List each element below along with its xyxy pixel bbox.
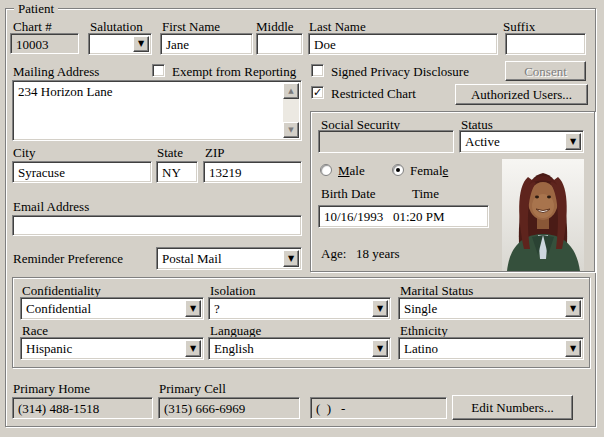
city-value: Syracuse bbox=[13, 162, 151, 181]
confidentiality-combobox[interactable]: Confidential ▼ bbox=[20, 297, 204, 320]
exempt-from-reporting-checkbox[interactable] bbox=[152, 64, 165, 77]
mailing-address-textarea[interactable]: 234 Horizon Lane ▲ ▼ bbox=[12, 80, 302, 141]
dropdown-arrow-icon: ▼ bbox=[190, 305, 196, 313]
first-name-value: Jane bbox=[161, 34, 252, 53]
dropdown-arrow-icon: ▼ bbox=[570, 345, 576, 353]
birth-date-field[interactable]: 10/16/1993 01:20 PM bbox=[318, 205, 489, 228]
social-security-field[interactable] bbox=[318, 130, 454, 153]
dropdown-arrow-icon: ▼ bbox=[570, 138, 576, 146]
isolation-dropdown-button[interactable]: ▼ bbox=[372, 300, 388, 317]
language-combobox[interactable]: English ▼ bbox=[208, 337, 391, 360]
middle-input[interactable] bbox=[256, 33, 303, 55]
zip-value: 13219 bbox=[204, 162, 301, 181]
race-dropdown-button[interactable]: ▼ bbox=[185, 340, 201, 357]
exempt-from-reporting-label[interactable]: Exempt from Reporting bbox=[172, 65, 296, 78]
social-security-value bbox=[319, 131, 453, 134]
isolation-value: ? bbox=[209, 298, 390, 317]
isolation-combobox[interactable]: ? ▼ bbox=[208, 297, 391, 320]
marital-status-combobox[interactable]: Single ▼ bbox=[398, 297, 584, 320]
zip-input[interactable]: 13219 bbox=[203, 161, 302, 183]
ethnicity-label: Ethnicity bbox=[400, 324, 448, 337]
restricted-chart-checkbox[interactable]: ✓ bbox=[311, 86, 324, 99]
check-icon: ✓ bbox=[313, 87, 323, 98]
suffix-input[interactable] bbox=[505, 33, 586, 55]
email-label: Email Address bbox=[13, 200, 89, 213]
age-label: Age: bbox=[321, 247, 346, 260]
last-name-value: Doe bbox=[309, 34, 497, 53]
primary-home-field[interactable]: (314) 488-1518 bbox=[12, 397, 153, 419]
ethnicity-combobox[interactable]: Latino ▼ bbox=[398, 337, 584, 360]
street-value: 234 Horizon Lane bbox=[13, 81, 301, 100]
dropdown-arrow-icon: ▼ bbox=[570, 305, 576, 313]
state-input[interactable]: NY bbox=[156, 161, 198, 183]
chart-number-field[interactable]: 10003 bbox=[10, 33, 79, 54]
authorized-users-button-label: Authorized Users... bbox=[456, 85, 587, 103]
mailing-address-label: Mailing Address bbox=[13, 65, 99, 78]
state-value: NY bbox=[157, 162, 197, 181]
confidentiality-value: Confidential bbox=[21, 298, 203, 317]
scrollbar-up-button[interactable]: ▲ bbox=[283, 83, 299, 99]
consent-button: Consent bbox=[505, 61, 586, 81]
last-name-label: Last Name bbox=[309, 20, 366, 33]
scrollbar-down-button[interactable]: ▼ bbox=[283, 122, 299, 138]
restricted-chart-label[interactable]: Restricted Chart bbox=[331, 87, 416, 100]
other-phone-value: ( ) - bbox=[311, 398, 446, 417]
dropdown-arrow-icon: ▼ bbox=[377, 345, 383, 353]
language-dropdown-button[interactable]: ▼ bbox=[372, 340, 388, 357]
status-dropdown-button[interactable]: ▼ bbox=[565, 133, 581, 150]
salutation-combobox[interactable]: ▼ bbox=[88, 33, 152, 55]
status-combobox[interactable]: Active ▼ bbox=[459, 130, 584, 153]
signed-privacy-label[interactable]: Signed Privacy Disclosure bbox=[331, 65, 469, 78]
mailing-address-scrollbar[interactable]: ▲ ▼ bbox=[283, 83, 299, 138]
time-label: Time bbox=[412, 187, 439, 200]
middle-label: Middle bbox=[256, 20, 294, 33]
patient-form-window: Patient Chart # Salutation First Name Mi… bbox=[0, 0, 604, 437]
female-radio[interactable] bbox=[392, 164, 404, 176]
first-name-input[interactable]: Jane bbox=[160, 33, 253, 55]
radio-selected-dot bbox=[396, 168, 400, 172]
consent-button-label: Consent bbox=[506, 62, 585, 80]
birth-date-label: Birth Date bbox=[321, 187, 376, 200]
last-name-input[interactable]: Doe bbox=[308, 33, 498, 55]
patient-groupbox-caption: Patient bbox=[14, 2, 58, 15]
race-value: Hispanic bbox=[21, 338, 203, 357]
marital-status-value: Single bbox=[399, 298, 583, 317]
edit-numbers-button[interactable]: Edit Numbers... bbox=[452, 395, 573, 420]
dropdown-arrow-icon: ▼ bbox=[138, 40, 144, 48]
authorized-users-button[interactable]: Authorized Users... bbox=[455, 84, 588, 105]
female-radio-label[interactable]: Female bbox=[410, 164, 448, 177]
reminder-preference-combobox[interactable]: Postal Mail ▼ bbox=[156, 247, 302, 270]
confidentiality-dropdown-button[interactable]: ▼ bbox=[185, 300, 201, 317]
male-radio-label[interactable]: Male bbox=[338, 164, 365, 177]
city-label: City bbox=[13, 146, 35, 159]
email-input[interactable] bbox=[12, 215, 302, 236]
ethnicity-dropdown-button[interactable]: ▼ bbox=[565, 340, 581, 357]
edit-numbers-button-label: Edit Numbers... bbox=[453, 396, 572, 416]
dropdown-arrow-icon: ▼ bbox=[377, 305, 383, 313]
reminder-dropdown-button[interactable]: ▼ bbox=[283, 250, 299, 267]
chart-number-label: Chart # bbox=[13, 20, 52, 33]
suffix-value bbox=[506, 34, 585, 37]
birth-date-value: 10/16/1993 01:20 PM bbox=[319, 206, 488, 225]
city-input[interactable]: Syracuse bbox=[12, 161, 152, 183]
primary-cell-label: Primary Cell bbox=[159, 382, 226, 395]
email-value bbox=[13, 216, 301, 219]
signed-privacy-checkbox[interactable] bbox=[311, 64, 324, 77]
marital-dropdown-button[interactable]: ▼ bbox=[565, 300, 581, 317]
confidentiality-label: Confidentiality bbox=[22, 284, 101, 297]
primary-cell-value: (315) 666-6969 bbox=[159, 398, 299, 417]
race-combobox[interactable]: Hispanic ▼ bbox=[20, 337, 204, 360]
reminder-preference-value: Postal Mail bbox=[157, 248, 301, 267]
age-value: 18 years bbox=[356, 247, 400, 260]
scroll-down-arrow-icon: ▼ bbox=[288, 127, 293, 134]
other-phone-field[interactable]: ( ) - bbox=[310, 397, 447, 419]
male-radio[interactable] bbox=[320, 164, 332, 176]
salutation-dropdown-button[interactable]: ▼ bbox=[133, 36, 149, 52]
middle-value bbox=[257, 34, 302, 37]
ethnicity-value: Latino bbox=[399, 338, 583, 357]
zip-label: ZIP bbox=[205, 146, 225, 159]
dropdown-arrow-icon: ▼ bbox=[288, 255, 294, 263]
primary-cell-field[interactable]: (315) 666-6969 bbox=[158, 397, 300, 419]
first-name-label: First Name bbox=[162, 20, 220, 33]
race-label: Race bbox=[22, 324, 48, 337]
